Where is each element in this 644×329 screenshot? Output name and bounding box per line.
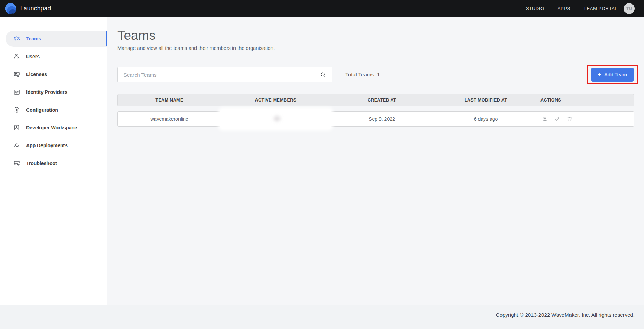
total-teams-count: Total Teams: 1 — [345, 72, 380, 78]
cell-created-at: Sep 9, 2022 — [330, 116, 434, 122]
nav-studio[interactable]: STUDIO — [526, 6, 544, 11]
sidebar-item-developer-workspace[interactable]: Developer Workspace — [6, 120, 107, 136]
sidebar-item-users[interactable]: Users — [6, 48, 107, 65]
cell-team-name: wavemakeronline — [118, 116, 221, 122]
main-content: Teams Manage and view all the teams and … — [107, 17, 644, 305]
nav-apps[interactable]: APPS — [558, 6, 570, 11]
col-actions: ACTIONS — [538, 98, 634, 103]
page-subtitle: Manage and view all the teams and their … — [117, 45, 634, 51]
search-icon — [320, 71, 327, 78]
sidebar-item-label: Identity Providers — [26, 89, 67, 95]
annotation-highlight-box: + Add Team — [587, 65, 638, 84]
col-created-at: CREATED AT — [330, 98, 434, 103]
topbar: Launchpad STUDIO APPS TEAM PORTAL TU — [0, 0, 644, 17]
cell-actions — [538, 116, 634, 122]
content-shell: Teams Users Licenses — [0, 17, 644, 305]
developer-workspace-icon — [13, 124, 20, 131]
sidebar-item-label: App Deployments — [26, 143, 68, 148]
search-box — [117, 67, 332, 82]
search-button[interactable] — [314, 67, 332, 82]
redacted-blur-smudge — [272, 114, 282, 123]
user-avatar[interactable]: TU — [624, 3, 635, 14]
sidebar: Teams Users Licenses — [0, 17, 107, 305]
footer: Copyright © 2013-2022 WaveMaker, Inc. Al… — [0, 305, 644, 329]
app-deployments-icon — [13, 142, 20, 149]
sidebar-item-licenses[interactable]: Licenses — [6, 66, 107, 82]
edit-team-icon[interactable] — [554, 116, 560, 122]
page-title: Teams — [117, 28, 634, 44]
sidebar-item-app-deployments[interactable]: App Deployments — [6, 137, 107, 154]
col-active-members: ACTIVE MEMBERS — [221, 98, 330, 103]
avatar-initials: TU — [626, 6, 632, 11]
app-title: Launchpad — [20, 5, 51, 12]
sidebar-item-label: Developer Workspace — [26, 125, 77, 130]
brand: Launchpad — [5, 3, 51, 14]
col-last-modified-at: LAST MODIFIED AT — [434, 98, 538, 103]
licenses-icon — [13, 71, 20, 78]
add-team-label: Add Team — [604, 72, 627, 77]
users-icon — [13, 53, 20, 60]
sidebar-item-label: Configuration — [26, 107, 58, 113]
table-header: TEAM NAME ACTIVE MEMBERS CREATED AT LAST… — [117, 94, 634, 106]
sidebar-item-identity-providers[interactable]: Identity Providers — [6, 84, 107, 100]
sidebar-item-label: Licenses — [26, 72, 47, 77]
toolbar: Total Teams: 1 + Add Team — [117, 65, 634, 84]
identity-providers-icon — [13, 89, 20, 96]
sidebar-item-label: Users — [26, 54, 40, 59]
add-team-button[interactable]: + Add Team — [591, 68, 634, 82]
top-navigation: STUDIO APPS TEAM PORTAL TU — [513, 3, 635, 14]
plus-icon: + — [598, 72, 601, 78]
troubleshoot-icon — [13, 160, 20, 167]
nav-team-portal[interactable]: TEAM PORTAL — [584, 6, 618, 11]
copyright-text: Copyright © 2013-2022 WaveMaker, Inc. Al… — [496, 312, 635, 318]
sidebar-item-configuration[interactable]: Configuration — [6, 102, 107, 118]
configuration-icon — [13, 106, 20, 113]
delete-team-icon[interactable] — [566, 116, 573, 122]
col-team-name: TEAM NAME — [118, 98, 221, 103]
teams-icon — [13, 35, 20, 42]
launchpad-app: Launchpad STUDIO APPS TEAM PORTAL TU Tea… — [0, 0, 644, 329]
sidebar-item-troubleshoot[interactable]: Troubleshoot — [6, 155, 107, 171]
sidebar-item-teams[interactable]: Teams — [6, 31, 107, 47]
cell-last-modified-at: 6 days ago — [434, 116, 538, 122]
redacted-blur-overlay — [220, 109, 331, 129]
sidebar-item-label: Teams — [26, 36, 41, 42]
add-member-icon[interactable] — [541, 116, 548, 122]
search-input[interactable] — [118, 67, 314, 82]
sidebar-item-label: Troubleshoot — [26, 160, 57, 166]
table-row: wavemakeronline Sep 9, 2022 6 days ago — [117, 111, 634, 127]
wavemaker-logo-icon — [5, 3, 16, 14]
